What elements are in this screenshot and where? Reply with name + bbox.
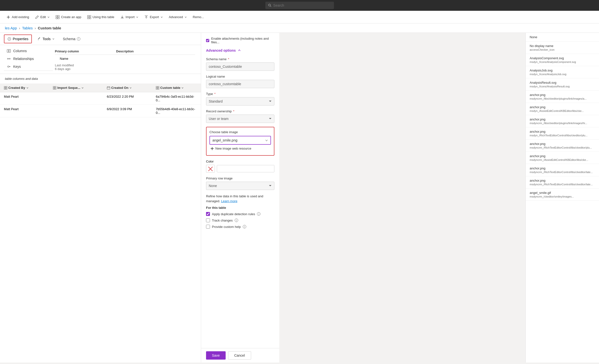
svg-rect-25 xyxy=(55,86,56,88)
keys-icon xyxy=(7,65,11,69)
cancel-button[interactable]: Cancel xyxy=(228,351,251,360)
remove-button[interactable]: Remo... xyxy=(190,14,207,20)
svg-point-19 xyxy=(8,66,9,67)
col-header-created-on[interactable]: Created On xyxy=(107,86,156,90)
svg-rect-3 xyxy=(7,17,10,17)
main-layout: Properties Tools Schema i Columns xyxy=(0,33,599,363)
data-row-1: Matt Peart 6/23/2022 2:20 PM 6a794b4c-3a… xyxy=(0,92,201,105)
svg-rect-4 xyxy=(56,15,57,17)
dropdown-item[interactable]: anchor.pngmsdyncrm_/RichTextEditorContro… xyxy=(526,140,599,152)
dropdown-item-primary: AnalysisComponent.svg xyxy=(530,56,595,60)
export-button[interactable]: Export xyxy=(142,14,165,21)
search-box[interactable] xyxy=(265,2,334,9)
svg-rect-14 xyxy=(7,49,9,52)
track-changes-row: Track changes i xyxy=(206,218,274,222)
create-app-button[interactable]: Create an app xyxy=(53,14,84,21)
using-this-table-button[interactable]: Using this table xyxy=(85,14,117,21)
svg-rect-33 xyxy=(158,86,159,88)
type-req: * xyxy=(214,92,216,96)
logical-name-input[interactable] xyxy=(206,80,274,88)
record-ownership-select[interactable]: User or team xyxy=(206,115,274,123)
svg-point-0 xyxy=(268,4,270,6)
relationships-nav-item[interactable]: Relationships xyxy=(4,55,53,63)
type-select[interactable]: Standard xyxy=(206,97,274,106)
top-bar xyxy=(0,0,599,11)
color-text-input[interactable] xyxy=(217,165,274,172)
new-image-plus-icon xyxy=(210,147,214,150)
dropdown-item-secondary: msdyn_/RichTextEditorControl/libs/ckedit… xyxy=(530,134,595,137)
apply-duplicate-checkbox[interactable] xyxy=(206,212,210,216)
dropdown-item[interactable]: AnalysisResult.svgmsdyn_/Icons/AnalysisR… xyxy=(526,78,599,91)
dropdown-item[interactable]: anchor.pngmsdyncrm_/libs/ckeditor/plugin… xyxy=(526,115,599,127)
advanced-button[interactable]: Advanced xyxy=(166,14,189,20)
for-this-table-title: For this table xyxy=(206,206,274,210)
track-changes-info-icon[interactable]: i xyxy=(235,219,238,222)
logical-name-label: Logical name xyxy=(206,75,274,78)
dropdown-item[interactable]: anchor.pngmsdyn_/RichTextEditorControl/l… xyxy=(526,127,599,140)
edit-button[interactable]: Edit xyxy=(33,14,52,21)
choose-image-label: Choose table image xyxy=(209,130,271,134)
schema-name-input[interactable] xyxy=(206,62,274,71)
col-header-created-by[interactable]: Created By xyxy=(4,86,53,90)
dropdown-item-secondary: msdyn_/AssistEditControl/KBEditor/libs/c… xyxy=(530,109,595,112)
columns-header: Primary column Description xyxy=(55,48,195,55)
import-button[interactable]: Import xyxy=(118,14,141,21)
breadcrumb-app[interactable]: les App xyxy=(5,26,17,30)
svg-rect-11 xyxy=(89,17,91,19)
image-select[interactable]: angel_smile.png xyxy=(210,136,270,144)
col-header-import-seq[interactable]: Import Seque... xyxy=(53,86,107,90)
track-changes-checkbox[interactable] xyxy=(206,218,210,222)
dropdown-item[interactable]: anchor.pngmsdyncrm_/RichTextEditorContro… xyxy=(526,176,599,188)
color-label: Color xyxy=(206,160,274,163)
breadcrumb-sep-2: › xyxy=(35,26,36,30)
dropdown-item[interactable]: anchor.pngmsdyncrm_/libs/ckeditor/plugin… xyxy=(526,91,599,103)
provide-custom-help-info-icon[interactable]: i xyxy=(243,225,246,228)
svg-rect-35 xyxy=(158,88,159,89)
dropdown-item-secondary: accessChecker_icon xyxy=(530,48,595,51)
new-image-web-resource-button[interactable]: New image web resource xyxy=(209,145,252,152)
dropdown-item[interactable]: No display nameaccessChecker_icon xyxy=(526,42,599,54)
dropdown-item[interactable]: AnalysisJob.svgmsdyn_/Icons/AnalysisJob.… xyxy=(526,66,599,78)
tools-tab[interactable]: Tools xyxy=(34,35,58,43)
primary-row-image-select[interactable]: None xyxy=(206,182,274,190)
columns-icon xyxy=(7,49,11,53)
import-chevron-icon xyxy=(136,16,138,18)
schema-label: Schema i xyxy=(60,35,83,43)
svg-rect-9 xyxy=(89,15,91,17)
dropdown-item-secondary: msdyncrm_/AssistEditControl/KBEditor/lib… xyxy=(530,158,595,161)
dropdown-item[interactable]: None xyxy=(526,33,599,42)
schema-name-label: Schema name * xyxy=(206,57,274,61)
provide-custom-help-checkbox[interactable] xyxy=(206,225,210,229)
dropdown-item[interactable]: AnalysisComponent.svgmsdyn_/Icons/Analys… xyxy=(526,54,599,66)
dropdown-item[interactable]: anchor.pngmsdyn_/AssistEditControl/KBEdi… xyxy=(526,103,599,115)
advanced-options-toggle[interactable]: Advanced options xyxy=(206,47,274,54)
provide-custom-help-row: Provide custom help i xyxy=(206,225,274,229)
dropdown-item[interactable]: anchor.pngmsdyncrm_/RichTextEditorContro… xyxy=(526,164,599,176)
color-input-row xyxy=(206,165,274,173)
dropdown-item[interactable]: anchor.pngmsdyncrm_/AssistEditControl/KB… xyxy=(526,152,599,164)
breadcrumb: les App › Tables › Custom table xyxy=(0,23,599,33)
save-button[interactable]: Save xyxy=(206,351,226,360)
properties-tab[interactable]: Properties xyxy=(4,35,32,43)
apply-duplicate-info-icon[interactable]: i xyxy=(257,212,260,216)
dropdown-item-primary: No display name xyxy=(530,44,595,48)
tools-tab-label: Tools xyxy=(43,37,51,41)
color-preview[interactable] xyxy=(206,165,215,173)
breadcrumb-tables[interactable]: Tables xyxy=(22,26,33,30)
columns-nav-item[interactable]: Columns xyxy=(4,47,53,55)
add-existing-button[interactable]: Add existing xyxy=(4,14,32,21)
for-this-table-section: For this table Apply duplicate detection… xyxy=(206,206,274,229)
dropdown-item[interactable]: angel_smile.gifmsdyncrm_/ckeditor/smiley… xyxy=(526,188,599,201)
schema-info-icon[interactable]: i xyxy=(77,37,80,41)
keys-nav-item[interactable]: Keys xyxy=(4,63,53,70)
enable-attachments-checkbox[interactable] xyxy=(206,39,209,42)
svg-point-16 xyxy=(7,58,8,59)
props-content: Enable attachments (including notes and … xyxy=(201,33,279,348)
col-header-custom-table[interactable]: Custom table xyxy=(156,86,197,90)
custom-table-chevron-icon xyxy=(181,87,184,89)
dropdown-item-secondary: msdyncrm_/libs/ckeditor/plugins/link/ima… xyxy=(530,122,595,125)
svg-rect-32 xyxy=(156,86,157,88)
dropdown-item-primary: anchor.png xyxy=(530,130,595,133)
search-input[interactable] xyxy=(273,3,331,7)
learn-more-link[interactable]: Learn more xyxy=(221,199,237,203)
